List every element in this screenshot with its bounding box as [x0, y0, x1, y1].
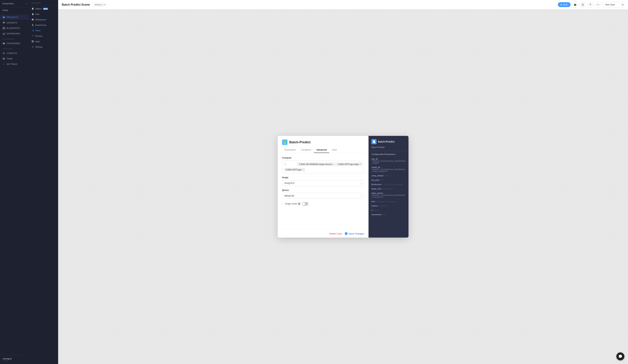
sidebar-bottom: cnvrg.io v4.7.43 [0, 355, 29, 364]
main-area: Batch Predict Scene Version 1 ▾ Run New [58, 0, 628, 364]
svg-point-19 [32, 30, 32, 31]
filter-button[interactable] [587, 2, 593, 8]
secondary-nav-apps[interactable]: Apps [29, 39, 58, 44]
compute-field[interactable]: 1 AWS-ON-DEMAND.xlarge-memory × 2 AWS-SP… [282, 160, 364, 173]
compute-chevron: ▾ [361, 162, 362, 165]
save-icon: ✓ [345, 232, 348, 235]
queue-chevron: ▾ [361, 195, 362, 197]
run-button[interactable]: Run [558, 2, 571, 7]
param-target-size: target_size "224,00,224,00" [369, 187, 408, 191]
papers-icon [32, 8, 34, 10]
single-mode-triangle: ▷ [282, 203, 284, 205]
clock-icon [581, 3, 584, 6]
search-icon [284, 163, 286, 165]
sidebar-item-containers[interactable]: CONTAINERS [0, 41, 29, 46]
compute-label: COMPUTE [0, 46, 29, 51]
experiments-icon [32, 24, 34, 26]
compute-tag-2: 2 AWS-SPOT.gpu-large × [336, 162, 362, 166]
right-panel-icon [371, 139, 377, 144]
right-panel-subtitle: Batch-Predict [369, 146, 408, 151]
tab-parameters[interactable]: Parameters [282, 147, 298, 153]
image-chevron: ▾ [361, 182, 362, 184]
param-momentum: momentum [ 0.9 ] [369, 212, 408, 217]
sidebar-item-compute[interactable]: COMPUTE [0, 51, 29, 56]
containers-label: CONTAINERS [0, 36, 29, 41]
papers-badge: NEW [43, 8, 48, 10]
file-icon [373, 140, 375, 143]
folder-icon [2, 16, 5, 18]
sidebar-item-projects[interactable]: PROJECTS [0, 14, 29, 20]
info-icon: i [298, 203, 300, 205]
files-icon [32, 13, 34, 15]
single-mode-row: ▷ Single mode i [282, 202, 364, 206]
param-dimensions: dimensions [ "123,68,116,779,103,939" ] [369, 182, 408, 187]
secondary-nav-settings[interactable]: Settings [29, 44, 58, 50]
queue-selector[interactable]: default (0) ▾ [282, 193, 364, 199]
image-selector[interactable]: cnvrg:v5.0 ▾ [282, 180, 364, 186]
tag-1-close[interactable]: × [333, 163, 334, 165]
single-mode-toggle[interactable] [302, 202, 308, 206]
task-selector[interactable]: New Task [603, 2, 624, 7]
sidebar-item-team[interactable]: TEAM [0, 56, 29, 61]
svg-rect-25 [33, 41, 34, 41]
compute-tag-3: 3 AWS-SPOT.gpu × [284, 168, 305, 171]
sidebar-item-dashboard[interactable]: DASHBOARD [0, 31, 29, 36]
modal-body: Compute 1 AWS-ON-DEMAND.xlarge-memory × … [278, 153, 369, 229]
tab-advanced[interactable]: Advanced [314, 147, 329, 153]
compute-label: Compute [282, 156, 364, 159]
tag-3-close[interactable]: × [302, 169, 303, 171]
version-selector[interactable]: Version 1 ▾ [93, 3, 107, 6]
sidebar-item-settings[interactable]: SETTINGS [0, 61, 29, 67]
secondary-settings-icon [32, 46, 34, 48]
param-lr: lr [ "1e-4" ] [369, 208, 408, 212]
primary-nav: PROJECTS DATASETS BLUEPRINTS DASHBOARD C… [0, 13, 29, 355]
sidebar-item-blueprints[interactable]: BLUEPRINTS [0, 25, 29, 31]
svg-rect-26 [32, 42, 33, 43]
save-changes-button[interactable]: ✓ Save Changes [345, 232, 364, 235]
right-panel-title: Batch-Predict [378, 140, 394, 143]
svg-line-33 [286, 165, 286, 165]
svg-point-10 [4, 58, 5, 59]
secondary-nav-serving[interactable]: Serving [29, 33, 58, 39]
apps-icon [32, 40, 34, 43]
param-using-default: using_default ( "yes" ) [369, 173, 408, 178]
right-panel-header: Batch-Predict [369, 136, 408, 146]
primary-sidebar: blueprintsd... ‹ tanay. PROJECTS DATASET… [0, 0, 29, 364]
topbar: Batch Predict Scene Version 1 ▾ Run New [58, 0, 628, 9]
modal-header: 🐍 Batch-Predict [278, 136, 369, 145]
workspaces-icon [32, 18, 34, 21]
secondary-nav-experiments[interactable]: Experiments [29, 22, 58, 28]
team-icon [2, 57, 5, 60]
svg-rect-1 [3, 27, 4, 28]
settings-icon [2, 63, 5, 65]
tag-2-close[interactable]: × [359, 163, 361, 165]
schedule-button[interactable] [580, 2, 586, 8]
tab-conditions[interactable]: Conditions [298, 147, 314, 153]
modal-footer: Delete Card ✓ Save Changes [278, 229, 369, 238]
chat-icon [618, 354, 622, 358]
secondary-nav-workspaces[interactable]: Workspaces [29, 17, 58, 22]
svg-point-9 [3, 58, 4, 59]
screenshot-button[interactable] [572, 2, 578, 8]
secondary-nav-flows[interactable]: Flows [29, 28, 58, 33]
batch-predict-modal: 🐍 Batch-Predict Parameters Conditions Ad… [278, 136, 408, 238]
svg-rect-16 [32, 19, 34, 20]
secondary-nav-files[interactable]: Files [29, 11, 58, 17]
modal-title-icon: 🐍 [282, 140, 288, 145]
secondary-nav-papers[interactable]: Papers NEW [29, 6, 58, 11]
sidebar-item-datasets[interactable]: DATASETS [0, 20, 29, 25]
svg-rect-3 [3, 28, 4, 29]
chat-button[interactable] [616, 352, 624, 360]
page-title: Batch Predict Scene [62, 3, 90, 6]
tab-yaml[interactable]: Yaml [329, 147, 339, 153]
box-icon [2, 42, 5, 45]
svg-rect-6 [3, 33, 4, 35]
params-section-title: Configurable Parameters: [369, 151, 408, 157]
param-metrics: metrics [ "accuracy" ] [369, 204, 408, 208]
code-button[interactable] [595, 2, 601, 8]
modal-left-panel: 🐍 Batch-Predict Parameters Conditions Ad… [278, 136, 369, 238]
back-button[interactable]: ‹ [26, 2, 26, 5]
delete-card-button[interactable]: Delete Card [329, 232, 342, 235]
svg-point-21 [33, 31, 34, 31]
modal-title: Batch-Predict [289, 141, 311, 144]
